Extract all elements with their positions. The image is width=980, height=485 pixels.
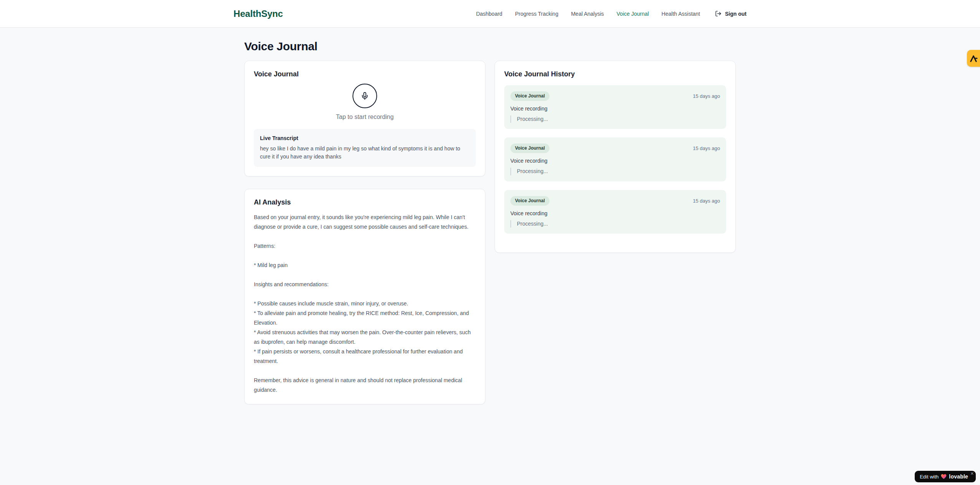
content-columns: Voice Journal Tap to start recording xyxy=(244,61,736,404)
entry-status: Processing... xyxy=(510,115,720,123)
entry-status: Processing... xyxy=(510,220,720,228)
entry-type-badge: Voice Journal xyxy=(510,196,550,206)
edit-pill-label: Edit with xyxy=(920,474,939,480)
voice-recorder-card: Voice Journal Tap to start recording xyxy=(244,61,485,177)
log-out-icon xyxy=(715,10,722,17)
voice-journal-history-card: Voice Journal History Voice Journal 15 d… xyxy=(495,61,736,253)
nav-item-meal-analysis[interactable]: Meal Analysis xyxy=(571,11,604,17)
ai-analysis-card: AI Analysis Based on your journal entry,… xyxy=(244,189,485,404)
lovable-wordmark: lovable xyxy=(949,473,968,480)
sign-out-label: Sign out xyxy=(725,11,747,17)
brand-logo[interactable]: HealthSync xyxy=(233,8,283,19)
nav-item-voice-journal[interactable]: Voice Journal xyxy=(617,11,649,17)
recorder-center: Tap to start recording xyxy=(254,84,476,120)
history-card-title: Voice Journal History xyxy=(504,70,726,78)
sign-out-button[interactable]: Sign out xyxy=(715,10,747,17)
nav-item-dashboard[interactable]: Dashboard xyxy=(476,11,503,17)
ai-analysis-body: Based on your journal entry, it sounds l… xyxy=(254,213,476,395)
live-transcript-label: Live Transcript xyxy=(260,135,470,141)
top-navbar: HealthSync Dashboard Progress Tracking M… xyxy=(0,0,980,28)
page-title: Voice Journal xyxy=(244,40,736,53)
entry-header: Voice Journal 15 days ago xyxy=(510,144,720,153)
history-list: Voice Journal 15 days ago Voice recordin… xyxy=(504,85,726,243)
nav-item-progress-tracking[interactable]: Progress Tracking xyxy=(515,11,558,17)
side-panel-badge-button[interactable] xyxy=(967,50,980,67)
ai-analysis-title: AI Analysis xyxy=(254,198,476,206)
live-transcript-box: Live Transcript hey so like I do have a … xyxy=(254,129,476,167)
entry-timestamp: 15 days ago xyxy=(693,93,720,99)
record-button[interactable] xyxy=(353,84,377,108)
edit-with-lovable-button[interactable]: Edit with lovable ✕ xyxy=(915,471,976,482)
entry-header: Voice Journal 15 days ago xyxy=(510,91,720,101)
close-icon[interactable]: ✕ xyxy=(970,472,974,476)
entry-timestamp: 15 days ago xyxy=(693,198,720,204)
left-column: Voice Journal Tap to start recording xyxy=(244,61,485,404)
heart-icon xyxy=(941,474,947,479)
navbar-inner: HealthSync Dashboard Progress Tracking M… xyxy=(233,0,747,27)
live-transcript-text: hey so like I do have a mild pain in my … xyxy=(260,145,470,161)
recorder-card-title: Voice Journal xyxy=(254,70,476,78)
side-badge-logo-icon xyxy=(970,55,978,62)
microphone-icon xyxy=(361,92,369,100)
main-nav: Dashboard Progress Tracking Meal Analysi… xyxy=(476,10,747,17)
main-content: Voice Journal Voice Journal xyxy=(244,28,736,404)
history-list-item[interactable]: Voice Journal 15 days ago Voice recordin… xyxy=(504,85,726,129)
nav-item-health-assistant[interactable]: Health Assistant xyxy=(662,11,700,17)
entry-type-badge: Voice Journal xyxy=(510,144,550,153)
entry-header: Voice Journal 15 days ago xyxy=(510,196,720,206)
history-list-item[interactable]: Voice Journal 15 days ago Voice recordin… xyxy=(504,137,726,181)
entry-title: Voice recording xyxy=(510,210,720,216)
history-list-item[interactable]: Voice Journal 15 days ago Voice recordin… xyxy=(504,190,726,234)
entry-status: Processing... xyxy=(510,168,720,175)
entry-timestamp: 15 days ago xyxy=(693,145,720,151)
entry-type-badge: Voice Journal xyxy=(510,91,550,101)
tap-to-record-hint: Tap to start recording xyxy=(336,114,394,120)
entry-title: Voice recording xyxy=(510,106,720,112)
entry-title: Voice recording xyxy=(510,158,720,164)
